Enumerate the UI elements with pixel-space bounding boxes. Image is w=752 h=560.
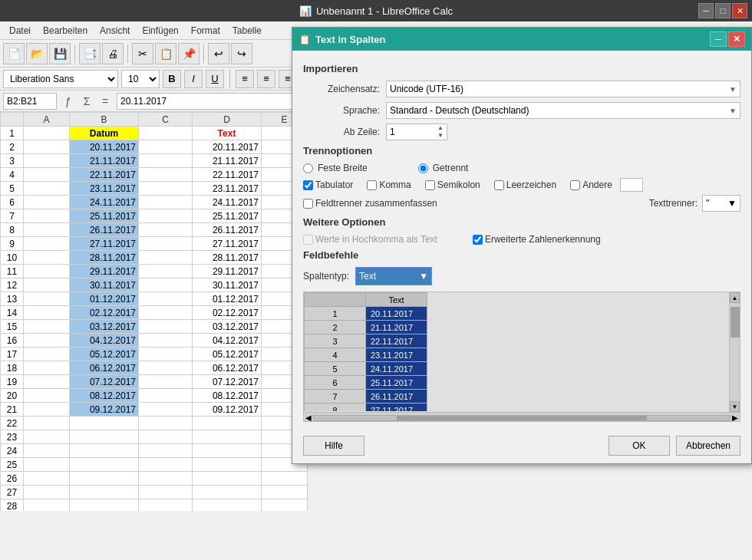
- col-header-c[interactable]: C: [139, 113, 193, 127]
- italic-button[interactable]: I: [184, 70, 203, 88]
- hilfe-button[interactable]: Hilfe: [303, 436, 364, 456]
- equals-icon[interactable]: =: [97, 93, 114, 110]
- cell-d[interactable]: [193, 458, 262, 472]
- preview-hscrollbar[interactable]: ◀ ▶: [304, 412, 740, 422]
- menu-datei[interactable]: Datei: [3, 24, 37, 38]
- cell-c[interactable]: [139, 348, 193, 361]
- paste-button[interactable]: 📌: [178, 43, 200, 64]
- cell-a[interactable]: [24, 334, 70, 348]
- cell-b[interactable]: 09.12.2017: [70, 403, 139, 417]
- cell-c[interactable]: [139, 403, 193, 417]
- cell-d[interactable]: [193, 444, 262, 458]
- hochkomma-checkbox[interactable]: [303, 235, 313, 245]
- cell-a[interactable]: [24, 403, 70, 417]
- cell-a[interactable]: [24, 140, 70, 154]
- cell-b[interactable]: [70, 444, 139, 458]
- preview-cell[interactable]: 20.11.2017: [366, 307, 427, 321]
- cell-a[interactable]: [24, 306, 70, 320]
- cell-c[interactable]: [139, 168, 193, 182]
- preview-table-wrap[interactable]: Text 120.11.2017221.11.2017322.11.201742…: [304, 292, 740, 411]
- cell-d[interactable]: [193, 499, 262, 512]
- cell-d[interactable]: 06.12.2017: [193, 361, 262, 375]
- cell-c[interactable]: [139, 486, 193, 499]
- cell-c[interactable]: [139, 430, 193, 444]
- underline-button[interactable]: U: [206, 70, 224, 88]
- spaltentyp-select[interactable]: Text ▼: [355, 267, 432, 285]
- cell-c[interactable]: [139, 209, 193, 223]
- vscroll-down-button[interactable]: ▼: [730, 401, 740, 412]
- cell-b[interactable]: 25.11.2017: [70, 209, 139, 223]
- cell-d[interactable]: 25.11.2017: [193, 209, 262, 223]
- cell-a[interactable]: [24, 361, 70, 375]
- open-button[interactable]: 📂: [26, 43, 48, 64]
- cell-c[interactable]: [139, 499, 193, 512]
- cell-c[interactable]: [139, 444, 193, 458]
- cell-reference-input[interactable]: B2:B21: [3, 93, 57, 110]
- vscroll-up-button[interactable]: ▲: [730, 292, 740, 303]
- cell-d[interactable]: [193, 417, 262, 430]
- cell-b[interactable]: 03.12.2017: [70, 320, 139, 334]
- cell-d[interactable]: 09.12.2017: [193, 403, 262, 417]
- dialog-close-button[interactable]: ✕: [728, 31, 745, 47]
- hscroll-left-button[interactable]: ◀: [305, 413, 312, 422]
- cell-d[interactable]: Text: [193, 127, 262, 140]
- cell-d[interactable]: 27.11.2017: [193, 237, 262, 251]
- cell-a[interactable]: [24, 209, 70, 223]
- cell-a[interactable]: [24, 348, 70, 361]
- andere-checkbox[interactable]: [570, 180, 580, 190]
- function-wizard-icon[interactable]: ƒ: [60, 93, 77, 110]
- cell-b[interactable]: [70, 430, 139, 444]
- cell-a[interactable]: [24, 389, 70, 403]
- cell-d[interactable]: 07.12.2017: [193, 375, 262, 389]
- cell-b[interactable]: 20.11.2017: [70, 140, 139, 154]
- cell-d[interactable]: 05.12.2017: [193, 348, 262, 361]
- cell-a[interactable]: [24, 486, 70, 499]
- cell-c[interactable]: [139, 127, 193, 140]
- cell-b[interactable]: 29.11.2017: [70, 265, 139, 278]
- cell-a[interactable]: [24, 499, 70, 512]
- cell-d[interactable]: 22.11.2017: [193, 168, 262, 182]
- print-button[interactable]: 🖨: [102, 43, 124, 64]
- cell-a[interactable]: [24, 196, 70, 209]
- cell-c[interactable]: [139, 389, 193, 403]
- cell-d[interactable]: 26.11.2017: [193, 223, 262, 237]
- cell-d[interactable]: 30.11.2017: [193, 278, 262, 292]
- cell-a[interactable]: [24, 168, 70, 182]
- cell-b[interactable]: 23.11.2017: [70, 182, 139, 196]
- zahlenerkennung-checkbox[interactable]: [473, 235, 483, 245]
- cell-a[interactable]: [24, 375, 70, 389]
- cell-d[interactable]: 29.11.2017: [193, 265, 262, 278]
- align-left-button[interactable]: ≡: [236, 70, 254, 88]
- cell-d[interactable]: 08.12.2017: [193, 389, 262, 403]
- cell-a[interactable]: [24, 320, 70, 334]
- andere-input[interactable]: [620, 178, 643, 192]
- cell-b[interactable]: 28.11.2017: [70, 251, 139, 265]
- preview-vscroll[interactable]: ▲ ▼: [729, 292, 740, 412]
- hscroll-right-button[interactable]: ▶: [732, 413, 738, 422]
- cell-b[interactable]: [70, 458, 139, 472]
- cell-b[interactable]: [70, 499, 139, 512]
- cell-e[interactable]: [262, 472, 308, 486]
- tabulator-checkbox[interactable]: [303, 180, 313, 190]
- cell-b[interactable]: 07.12.2017: [70, 375, 139, 389]
- cell-c[interactable]: [139, 458, 193, 472]
- cell-c[interactable]: [139, 182, 193, 196]
- cell-b[interactable]: 26.11.2017: [70, 223, 139, 237]
- copy-button[interactable]: 📋: [155, 43, 176, 64]
- cell-d[interactable]: 24.11.2017: [193, 196, 262, 209]
- cell-a[interactable]: [24, 430, 70, 444]
- feste-breite-radio[interactable]: [303, 163, 313, 173]
- cut-button[interactable]: ✂: [132, 43, 153, 64]
- cell-a[interactable]: [24, 182, 70, 196]
- minimize-button[interactable]: ─: [698, 3, 714, 18]
- cell-b[interactable]: 21.11.2017: [70, 154, 139, 168]
- hscroll-thumb[interactable]: [397, 416, 646, 420]
- cell-b[interactable]: 08.12.2017: [70, 389, 139, 403]
- cell-d[interactable]: 20.11.2017: [193, 140, 262, 154]
- preview-cell[interactable]: 21.11.2017: [366, 321, 427, 334]
- zeichensatz-select[interactable]: Unicode (UTF-16) ▼: [386, 81, 740, 97]
- vscroll-thumb[interactable]: [731, 307, 740, 338]
- cell-d[interactable]: 04.12.2017: [193, 334, 262, 348]
- cell-a[interactable]: [24, 458, 70, 472]
- menu-bearbeiten[interactable]: Bearbeiten: [37, 24, 94, 38]
